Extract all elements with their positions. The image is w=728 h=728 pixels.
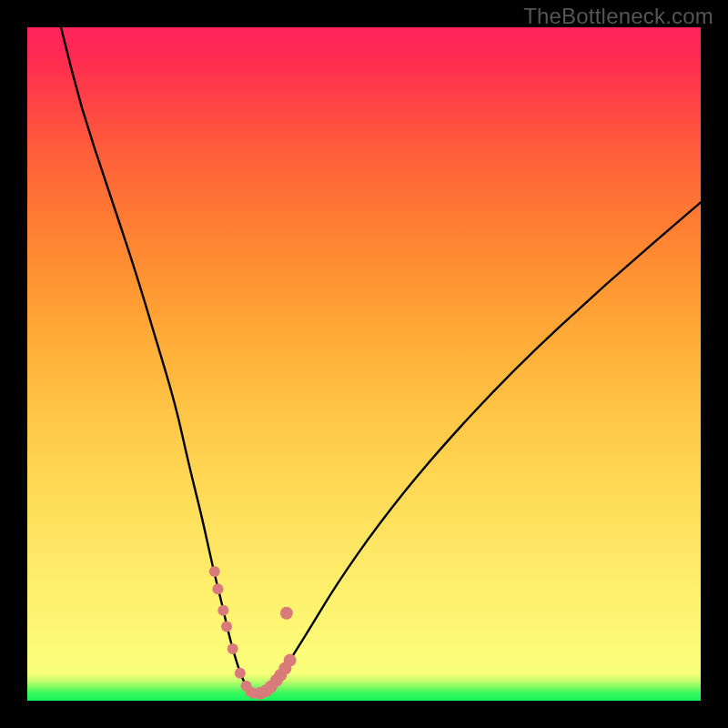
- watermark-text: TheBottleneck.com: [523, 4, 713, 29]
- data-point: [217, 605, 228, 616]
- data-point: [284, 654, 297, 667]
- data-point: [280, 607, 293, 620]
- data-point: [212, 583, 223, 594]
- chart-frame: TheBottleneck.com: [0, 0, 728, 728]
- data-point-markers: [27, 27, 701, 701]
- data-point: [209, 566, 220, 577]
- data-point: [235, 668, 246, 679]
- data-point: [228, 643, 238, 654]
- data-point: [221, 622, 232, 632]
